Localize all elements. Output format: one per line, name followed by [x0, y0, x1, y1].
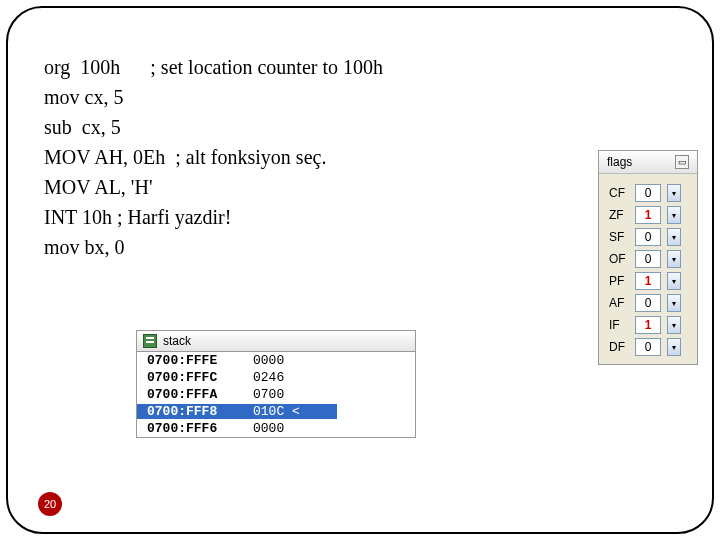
- code-line: mov cx, 5: [44, 82, 383, 112]
- chevron-down-icon[interactable]: ▾: [667, 294, 681, 312]
- stack-window: stack 0700:FFFE00000700:FFFC02460700:FFF…: [136, 330, 416, 438]
- code-line: org 100h ; set location counter to 100h: [44, 52, 383, 82]
- stack-titlebar[interactable]: stack: [136, 330, 416, 352]
- flag-name: AF: [603, 296, 629, 310]
- chevron-down-icon[interactable]: ▾: [667, 316, 681, 334]
- flag-row: PF1▾: [603, 272, 693, 290]
- stack-value: 0000: [247, 353, 337, 368]
- stack-row[interactable]: 0700:FFFC0246: [137, 369, 415, 386]
- code-line: MOV AH, 0Eh ; alt fonksiyon seç.: [44, 142, 383, 172]
- stack-addr: 0700:FFF8: [137, 404, 247, 419]
- flag-row: IF1▾: [603, 316, 693, 334]
- flag-name: CF: [603, 186, 629, 200]
- stack-addr: 0700:FFFC: [137, 370, 247, 385]
- flag-row: OF0▾: [603, 250, 693, 268]
- code-line: MOV AL, 'H': [44, 172, 383, 202]
- flag-row: ZF1▾: [603, 206, 693, 224]
- flag-name: DF: [603, 340, 629, 354]
- stack-row[interactable]: 0700:FFFA0700: [137, 386, 415, 403]
- flag-row: CF0▾: [603, 184, 693, 202]
- page-number-badge: 20: [38, 492, 62, 516]
- assembly-code: org 100h ; set location counter to 100h …: [44, 52, 383, 262]
- flag-value[interactable]: 0: [635, 294, 661, 312]
- stack-value: 010C <: [247, 404, 337, 419]
- maximize-icon[interactable]: ▭: [675, 155, 689, 169]
- stack-value: 0700: [247, 387, 337, 402]
- stack-title-text: stack: [163, 334, 191, 348]
- flag-name: ZF: [603, 208, 629, 222]
- flag-value[interactable]: 1: [635, 206, 661, 224]
- flag-row: DF0▾: [603, 338, 693, 356]
- flag-value[interactable]: 1: [635, 316, 661, 334]
- code-line: sub cx, 5: [44, 112, 383, 142]
- flags-title-text: flags: [607, 155, 632, 169]
- stack-addr: 0700:FFF6: [137, 421, 247, 436]
- flag-name: PF: [603, 274, 629, 288]
- stack-row[interactable]: 0700:FFFE0000: [137, 352, 415, 369]
- chevron-down-icon[interactable]: ▾: [667, 228, 681, 246]
- stack-body: 0700:FFFE00000700:FFFC02460700:FFFA07000…: [136, 352, 416, 438]
- stack-value: 0246: [247, 370, 337, 385]
- chevron-down-icon[interactable]: ▾: [667, 272, 681, 290]
- flag-name: OF: [603, 252, 629, 266]
- flags-body: CF0▾ZF1▾SF0▾OF0▾PF1▾AF0▾IF1▾DF0▾: [599, 174, 697, 364]
- stack-icon: [143, 334, 157, 348]
- chevron-down-icon[interactable]: ▾: [667, 338, 681, 356]
- flag-value[interactable]: 0: [635, 184, 661, 202]
- flags-window: flags ▭ CF0▾ZF1▾SF0▾OF0▾PF1▾AF0▾IF1▾DF0▾: [598, 150, 698, 365]
- flags-titlebar[interactable]: flags ▭: [599, 151, 697, 174]
- stack-row[interactable]: 0700:FFF8010C <: [137, 403, 415, 420]
- stack-addr: 0700:FFFE: [137, 353, 247, 368]
- code-line: mov bx, 0: [44, 232, 383, 262]
- code-line: INT 10h ; Harfi yazdir!: [44, 202, 383, 232]
- stack-addr: 0700:FFFA: [137, 387, 247, 402]
- flag-value[interactable]: 0: [635, 338, 661, 356]
- chevron-down-icon[interactable]: ▾: [667, 206, 681, 224]
- flag-row: AF0▾: [603, 294, 693, 312]
- stack-value: 0000: [247, 421, 337, 436]
- flag-value[interactable]: 1: [635, 272, 661, 290]
- flag-value[interactable]: 0: [635, 228, 661, 246]
- chevron-down-icon[interactable]: ▾: [667, 250, 681, 268]
- chevron-down-icon[interactable]: ▾: [667, 184, 681, 202]
- stack-row[interactable]: 0700:FFF60000: [137, 420, 415, 437]
- flag-name: IF: [603, 318, 629, 332]
- flag-name: SF: [603, 230, 629, 244]
- flag-value[interactable]: 0: [635, 250, 661, 268]
- flag-row: SF0▾: [603, 228, 693, 246]
- page-number: 20: [44, 498, 56, 510]
